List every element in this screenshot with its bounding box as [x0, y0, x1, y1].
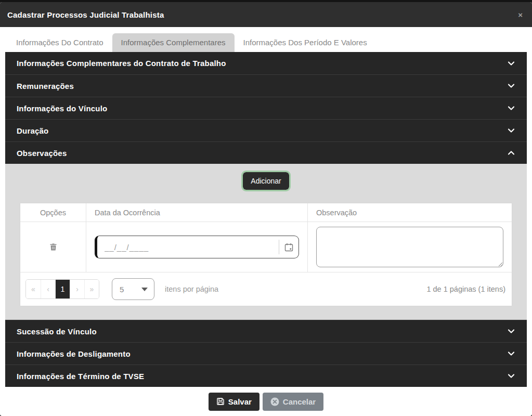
next-page-button[interactable]: ›	[70, 280, 84, 298]
accordion-header-informacoes-vinculo[interactable]: Informações do Vínculo	[5, 97, 527, 119]
chevron-down-icon	[507, 349, 515, 358]
date-cell	[86, 222, 307, 272]
data-ocorrencia-input[interactable]	[97, 236, 279, 258]
adicionar-button[interactable]: Adicionar	[243, 172, 289, 190]
tab-informacoes-complementares[interactable]: Informações Complementares	[112, 33, 235, 52]
accordion-label: Sucessão de Vínculo	[17, 327, 97, 336]
column-header-data-ocorrencia: Data da Ocorrência	[86, 203, 307, 222]
salvar-button[interactable]: Salvar	[209, 393, 259, 411]
observacoes-panel: Adicionar Opções Data da Ocorrência Obse…	[5, 164, 527, 320]
observation-cell	[307, 222, 512, 272]
chevron-down-icon	[507, 327, 515, 335]
chevron-down-icon	[507, 372, 515, 380]
tab-bar: Informações Do Contrato Informações Comp…	[0, 27, 532, 52]
accordion-label: Informações de Desligamento	[17, 349, 131, 358]
salvar-label: Salvar	[228, 397, 252, 406]
accordion-header-termino-tvse[interactable]: Informações de Término de TVSE	[5, 365, 527, 387]
items-per-page-label: itens por página	[165, 285, 218, 293]
accordion-header-sucessao-vinculo[interactable]: Sucessão de Vínculo	[5, 320, 527, 342]
accordion: Informações Complementares do Contrato d…	[5, 52, 527, 387]
add-row: Adicionar	[20, 172, 512, 190]
table-row	[20, 222, 512, 272]
pager: « ‹ 1 › »	[25, 279, 99, 299]
chevron-down-icon	[507, 59, 515, 68]
chevron-down-icon	[507, 126, 515, 135]
modal-cadastrar-processos: Cadastrar Processos Judicial Trabalhista…	[0, 2, 532, 416]
calendar-button[interactable]	[279, 240, 299, 254]
pagination-bar: « ‹ 1 › » 5 itens por página 1 de 1 pági…	[20, 272, 512, 306]
prev-page-button[interactable]: ‹	[41, 280, 55, 298]
chevron-up-icon	[507, 149, 515, 157]
accordion-header-duracao[interactable]: Duração	[5, 119, 527, 141]
last-page-button[interactable]: »	[84, 280, 99, 298]
options-cell	[20, 222, 86, 272]
observacao-textarea[interactable]	[316, 227, 503, 267]
cancel-icon	[270, 397, 279, 406]
modal-header: Cadastrar Processos Judicial Trabalhista…	[0, 2, 532, 27]
save-icon	[216, 397, 225, 406]
accordion-label: Observações	[17, 149, 67, 158]
chevron-down-icon	[141, 288, 148, 291]
tab-informacoes-do-contrato[interactable]: Informações Do Contrato	[7, 33, 112, 52]
cancelar-button[interactable]: Cancelar	[263, 393, 323, 411]
accordion-label: Informações de Término de TVSE	[17, 372, 144, 381]
modal-footer: Salvar Cancelar	[0, 387, 532, 416]
delete-row-button[interactable]	[49, 243, 57, 251]
table-header-row: Opções Data da Ocorrência Observação	[20, 203, 512, 222]
chevron-down-icon	[507, 82, 515, 90]
first-page-button[interactable]: «	[26, 280, 41, 298]
column-header-opcoes: Opções	[20, 203, 86, 222]
observacoes-table: Opções Data da Ocorrência Observação	[20, 203, 512, 306]
date-input-wrapper	[95, 236, 299, 258]
page-size-select[interactable]: 5	[112, 278, 154, 300]
accordion-header-observacoes[interactable]: Observações	[5, 141, 527, 164]
accordion-header-informacoes-desligamento[interactable]: Informações de Desligamento	[5, 342, 527, 365]
column-header-observacao: Observação	[307, 203, 512, 222]
calendar-icon	[284, 243, 293, 252]
accordion-label: Informações Complementares do Contrato d…	[17, 59, 226, 68]
tab-informacoes-periodo-valores[interactable]: Informações Dos Período E Valores	[235, 33, 376, 52]
chevron-down-icon	[507, 104, 515, 112]
modal-title: Cadastrar Processos Judicial Trabalhista	[7, 10, 164, 19]
page-1-button[interactable]: 1	[55, 280, 70, 298]
close-icon[interactable]: ×	[518, 11, 523, 19]
accordion-label: Duração	[17, 126, 48, 135]
page-size-value: 5	[120, 285, 124, 294]
accordion-label: Informações do Vínculo	[17, 104, 107, 113]
accordion-header-informacoes-complementares-contrato[interactable]: Informações Complementares do Contrato d…	[5, 52, 527, 74]
accordion-header-remuneracoes[interactable]: Remunerações	[5, 74, 527, 97]
pagination-summary: 1 de 1 páginas (1 itens)	[426, 285, 505, 293]
cancelar-label: Cancelar	[283, 397, 316, 406]
accordion-label: Remunerações	[17, 82, 74, 90]
trash-icon	[49, 243, 57, 251]
